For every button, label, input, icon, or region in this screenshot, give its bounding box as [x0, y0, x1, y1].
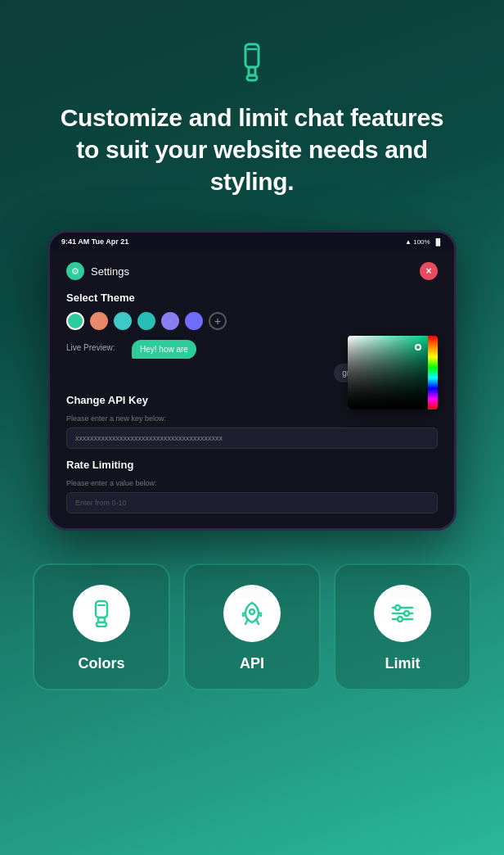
paintbrush-card-icon [88, 599, 115, 627]
color-spectrum[interactable] [428, 336, 438, 409]
swatch-teal2[interactable] [137, 312, 155, 330]
api-icon-circle [223, 585, 281, 642]
status-time: 9:41 AM Tue Apr 21 [61, 238, 128, 246]
sliders-card-icon [389, 599, 416, 627]
rate-title: Rate Limiting [66, 459, 438, 471]
settings-label: Settings [91, 265, 129, 278]
svg-rect-2 [247, 75, 257, 80]
svg-point-14 [398, 617, 403, 622]
color-swatches: + [66, 312, 438, 330]
settings-gear-icon: ⚙ [66, 262, 84, 280]
picker-dot[interactable] [415, 344, 421, 351]
colors-card[interactable]: Colors [33, 563, 170, 690]
svg-rect-6 [97, 622, 106, 627]
color-picker-popup[interactable] [348, 336, 438, 409]
add-swatch-button[interactable]: + [209, 312, 227, 330]
tablet-status-bar: 9:41 AM Tue Apr 21 ▲ 100% ▐▌ [50, 233, 454, 251]
rate-sublabel: Please enter a value below: [66, 479, 438, 487]
tablet-mockup: 9:41 AM Tue Apr 21 ▲ 100% ▐▌ ⚙ Settings … [47, 230, 457, 531]
svg-point-12 [395, 605, 400, 610]
swatch-indigo[interactable] [185, 312, 203, 330]
settings-bar: ⚙ Settings × [66, 262, 438, 280]
page-headline: Customize and limit chat features to sui… [49, 102, 455, 197]
swatch-teal[interactable] [66, 312, 84, 330]
select-theme-title: Select Theme [66, 292, 438, 304]
live-preview-area: Live Preview: Hey! how are great, thanks… [66, 340, 438, 382]
close-button[interactable]: × [420, 262, 438, 280]
api-card[interactable]: API [183, 563, 321, 690]
limit-label: Limit [385, 655, 421, 672]
svg-point-8 [250, 609, 254, 614]
rate-input[interactable]: Enter from 0-10 [66, 492, 438, 513]
battery-icon: ▐▌ [434, 238, 443, 246]
settings-left: ⚙ Settings [66, 262, 129, 280]
status-icons: ▲ 100% ▐▌ [405, 238, 443, 246]
paintbrush-icon-header [231, 41, 273, 84]
limit-icon-circle [374, 585, 431, 642]
svg-rect-4 [96, 601, 107, 618]
user-bubble: Hey! how are [132, 340, 196, 359]
rocket-card-icon [238, 599, 266, 627]
api-label: API [240, 655, 264, 672]
api-input[interactable]: xxxxxxxxxxxxxxxxxxxxxxxxxxxxxxxxxxxxxxxx [66, 428, 438, 449]
wifi-icon: ▲ 100% [405, 238, 430, 246]
color-gradient[interactable] [348, 336, 428, 409]
live-preview-label: Live Preview: [66, 340, 124, 352]
tablet-frame: 9:41 AM Tue Apr 21 ▲ 100% ▐▌ ⚙ Settings … [47, 230, 457, 531]
swatch-purple[interactable] [161, 312, 179, 330]
header-section: Customize and limit chat features to sui… [0, 0, 504, 222]
colors-label: Colors [78, 655, 124, 672]
cards-section: Colors API Limit [0, 555, 504, 723]
rate-section: Rate Limiting Please enter a value below… [66, 459, 438, 513]
svg-point-13 [404, 611, 409, 616]
colors-icon-circle [73, 585, 130, 642]
limit-card[interactable]: Limit [334, 563, 471, 690]
api-sublabel: Please enter a new key below: [66, 414, 438, 423]
tablet-content: ⚙ Settings × Select Theme + Live Preview… [50, 251, 454, 528]
swatch-cyan[interactable] [114, 312, 132, 330]
swatch-orange[interactable] [90, 312, 108, 330]
svg-rect-0 [245, 44, 259, 67]
